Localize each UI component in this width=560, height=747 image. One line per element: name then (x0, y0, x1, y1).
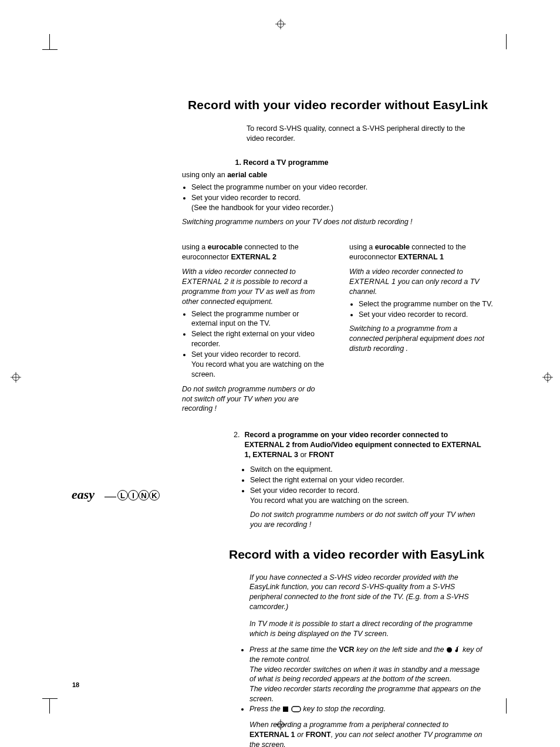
svg-text:I: I (132, 491, 134, 500)
crop-mark (506, 698, 507, 714)
sec2-note: Do not switch programme numbers or do no… (250, 510, 486, 530)
col-note-2: Do not switch programme numbers or do no… (182, 384, 326, 414)
list-item: Select the programme number on the TV. (359, 299, 493, 309)
column-external-2: using a eurocable connected to the euroc… (182, 242, 326, 415)
svg-rect-24 (292, 707, 301, 712)
stop-icon (282, 706, 289, 712)
registration-mark-icon (11, 372, 21, 383)
list-item: Select the right external on your video … (191, 329, 326, 349)
col-heading: using a eurocable connected to the euroc… (182, 242, 326, 262)
rounded-rect-icon (291, 706, 301, 712)
crop-mark (49, 698, 50, 714)
section-title-2: Record with a video recorder with EasyLi… (229, 546, 493, 563)
crop-mark (42, 698, 58, 699)
list-item: Set your video recorder to record.(See t… (191, 193, 487, 213)
list-item: Set your video recorder to record. (359, 310, 493, 320)
list-item: Set your video recorder to record.You re… (250, 486, 486, 506)
list-item: Set your video recorder to record.You re… (191, 350, 326, 380)
crop-mark (506, 34, 507, 49)
intro-paragraph: To record S-VHS quality, connect a S-VHS… (247, 124, 484, 144)
svg-text:L: L (120, 491, 125, 500)
sec2-list: Switch on the equipment. Select the righ… (241, 465, 486, 506)
list-item: Select the programme number on your vide… (191, 182, 487, 192)
col-list: Select the programme number on the TV. S… (349, 299, 493, 320)
aerial-line: using only an aerial cable (182, 170, 487, 180)
aerial-note: Switching programme numbers on your TV d… (182, 217, 487, 227)
crop-mark (42, 49, 58, 50)
sec3-list: Press at the same time the VCR key on th… (242, 645, 484, 714)
sec3-intro: If you have connected a S-VHS video reco… (249, 573, 484, 613)
col-note-1: With a video recorder connected to EXTER… (349, 267, 493, 297)
col-list: Select the programme number or external … (182, 309, 326, 380)
list-item: Press the key to stop the recording. (249, 704, 484, 714)
registration-mark-icon (275, 19, 286, 29)
svg-text:easy: easy (72, 487, 95, 502)
column-external-1: using a eurocable connected to the euroc… (349, 242, 493, 415)
list-item: Select the programme number or external … (191, 309, 326, 329)
col-heading: using a eurocable connected to the euroc… (349, 242, 493, 262)
crop-mark (49, 34, 50, 49)
easylink-logo: easy L I N K (70, 487, 170, 508)
subsection-heading-1: 1. Record a TV programme (70, 158, 493, 168)
col-note-1: With a video recorder connected to EXTER… (182, 267, 326, 307)
svg-text:K: K (151, 491, 157, 500)
list-item: Select the right external on your video … (250, 475, 486, 485)
list-item: Press at the same time the VCR key on th… (249, 645, 484, 704)
col-note-2: Switching to a programme from a connecte… (349, 324, 493, 354)
sec3-p1: In TV mode it is possible to start a dir… (249, 619, 484, 639)
svg-text:N: N (141, 491, 146, 500)
record-icon (446, 647, 453, 653)
section-title-1: Record with your video recorder without … (188, 97, 493, 113)
list-item: Switch on the equipment. (250, 465, 486, 475)
svg-rect-23 (283, 707, 288, 712)
registration-mark-icon (542, 372, 553, 383)
sec3-warning: When recording a programme from a periph… (249, 720, 484, 747)
svg-point-22 (447, 647, 452, 653)
subsection-heading-2: 2. Record a programme on your video reco… (234, 430, 486, 460)
aerial-list: Select the programme number on your vide… (182, 182, 487, 213)
note-icon (454, 645, 460, 653)
page-number: 18 (72, 681, 79, 689)
